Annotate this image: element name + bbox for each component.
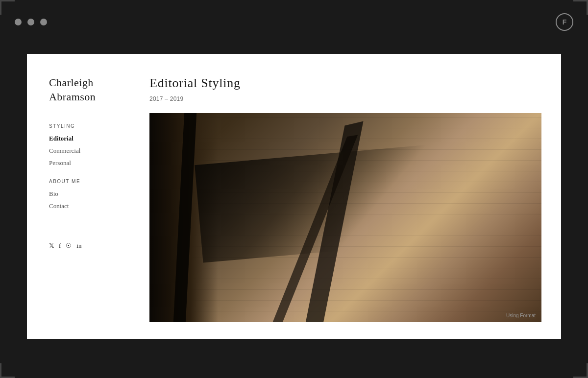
nav-item-personal[interactable]: Personal: [49, 157, 135, 169]
sidebar: Charleigh Abramson STYLING Editorial Com…: [27, 54, 135, 339]
format-icon-button[interactable]: F: [556, 13, 573, 31]
corner-decoration-br: [573, 363, 588, 378]
date-range: 2017 – 2019: [149, 95, 541, 102]
nav-item-editorial[interactable]: Editorial: [49, 133, 135, 145]
browser-chrome: F: [0, 0, 588, 44]
site-name-line1: Charleigh: [49, 76, 94, 89]
traffic-lights: [15, 19, 47, 25]
corner-decoration-tr: [573, 0, 588, 15]
corner-decoration-bl: [0, 363, 15, 378]
site-name: Charleigh Abramson: [49, 76, 135, 104]
traffic-dot-3[interactable]: [40, 19, 47, 25]
photo-container: Using Format: [149, 113, 541, 322]
nav-item-bio[interactable]: Bio: [49, 188, 135, 200]
nav-section-label-about: ABOUT ME: [49, 179, 135, 184]
nav-item-commercial[interactable]: Commercial: [49, 145, 135, 157]
facebook-icon[interactable]: f: [59, 242, 61, 250]
shadow-stripe-1: [173, 113, 196, 322]
main-content: Editorial Styling 2017 – 2019 Using Form…: [135, 54, 561, 339]
corner-decoration-tl: [0, 0, 15, 15]
site-name-line2: Abramson: [49, 91, 96, 103]
traffic-dot-2[interactable]: [27, 19, 34, 25]
linkedin-icon[interactable]: in: [76, 242, 81, 250]
nav-section-label-styling: STYLING: [49, 123, 135, 129]
nav-section-styling: STYLING Editorial Commercial Personal: [49, 123, 135, 169]
nav-item-contact[interactable]: Contact: [49, 200, 135, 213]
traffic-dot-1[interactable]: [15, 19, 22, 25]
twitter-icon[interactable]: 𝕏: [49, 242, 54, 250]
shadow-stripe-2: [300, 121, 363, 322]
page-title: Editorial Styling: [149, 76, 541, 91]
photo-background: [149, 113, 541, 322]
format-icon-label: F: [563, 18, 567, 26]
window-inner: Charleigh Abramson STYLING Editorial Com…: [27, 54, 561, 339]
nav-section-about: ABOUT ME Bio Contact: [49, 179, 135, 212]
website-window: Charleigh Abramson STYLING Editorial Com…: [27, 54, 561, 339]
instagram-icon[interactable]: ☉: [66, 242, 72, 250]
social-icons: 𝕏 f ☉ in: [49, 242, 135, 250]
using-format-link[interactable]: Using Format: [506, 313, 536, 318]
